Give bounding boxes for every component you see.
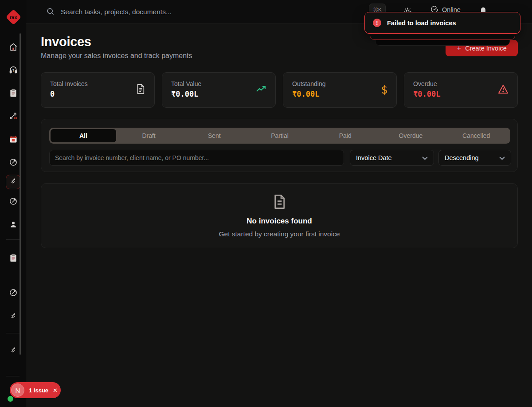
- avatar: N: [11, 384, 24, 397]
- invoice-search-input[interactable]: [49, 150, 344, 166]
- issue-badge[interactable]: N 1 Issue ✕: [10, 382, 61, 398]
- status-tabs: All Draft Sent Partial Paid Overdue Canc…: [49, 128, 510, 144]
- sidebar-item-clipboard-2[interactable]: [0, 253, 26, 263]
- sort-field-select[interactable]: Invoice Date: [350, 150, 434, 166]
- sidebar-item-support[interactable]: ?: [0, 65, 26, 75]
- stat-value: 0: [50, 90, 145, 98]
- error-circle-icon: !: [373, 19, 381, 27]
- stat-value: ₹0.00L: [413, 90, 509, 98]
- brand-logo-text: rax: [9, 14, 17, 20]
- sidebar-item-user[interactable]: [0, 219, 26, 230]
- workflow-icon: [9, 112, 18, 121]
- sidebar-item-gauge-3[interactable]: [0, 287, 26, 298]
- stat-value: ₹0.00L: [171, 90, 266, 98]
- empty-state-title: No invoices found: [246, 217, 312, 226]
- sidebar-item-home[interactable]: [0, 42, 26, 52]
- error-toast[interactable]: ! Failed to load invoices: [364, 12, 520, 34]
- global-search-placeholder: Search tasks, projects, documents...: [61, 8, 172, 16]
- sidebar-item-calendar[interactable]: [0, 134, 26, 145]
- tab-paid[interactable]: Paid: [313, 129, 378, 142]
- sort-order-select[interactable]: Descending: [438, 150, 511, 166]
- stat-label: Outstanding: [292, 80, 387, 87]
- user-icon: [9, 220, 17, 228]
- sidebar-item-sparkle-2[interactable]: [0, 344, 26, 355]
- chevron-down-icon: [422, 154, 428, 161]
- empty-state-subtitle: Get started by creating your first invoi…: [219, 230, 340, 238]
- sidebar-item-gauge-1[interactable]: [0, 157, 26, 168]
- gauge-icon: [9, 158, 18, 167]
- sidebar: rax ?: [0, 0, 26, 407]
- stat-card-total-value: Total Value ₹0.00L: [162, 72, 276, 108]
- chevron-down-icon: [499, 154, 505, 161]
- sidebar-item-tasks[interactable]: [0, 88, 26, 98]
- clipboard-icon: [9, 254, 17, 262]
- sidebar-scrollbar[interactable]: [20, 33, 21, 355]
- clipboard-icon: [9, 89, 17, 98]
- gauge-icon: [9, 288, 18, 297]
- sparkle-icon: [9, 312, 17, 320]
- app-window: rax ?: [0, 0, 532, 407]
- home-icon: [9, 43, 18, 51]
- empty-state-card: No invoices found Get started by creatin…: [41, 183, 518, 248]
- calendar-icon: [9, 135, 18, 144]
- tab-cancelled[interactable]: Cancelled: [443, 129, 509, 142]
- alert-triangle-icon: [498, 84, 509, 96]
- online-indicator-dot: [8, 396, 13, 402]
- sidebar-divider: [6, 376, 20, 376]
- tab-all[interactable]: All: [51, 129, 116, 142]
- stat-card-overdue: Overdue ₹0.00L: [404, 72, 518, 108]
- brand-logo[interactable]: rax: [6, 9, 21, 24]
- issue-count-label: 1 Issue: [29, 387, 48, 394]
- file-text-icon: [272, 194, 286, 211]
- stat-label: Overdue: [413, 80, 509, 87]
- sidebar-divider: [6, 239, 20, 240]
- page-subtitle: Manage your sales invoices and track pay…: [41, 52, 192, 60]
- gauge-icon: [9, 197, 18, 206]
- stat-label: Total Value: [171, 80, 266, 87]
- stat-card-outstanding: Outstanding ₹0.00L $: [283, 72, 397, 108]
- sidebar-item-sparkle-1[interactable]: [0, 310, 26, 321]
- sidebar-item-gauge-2[interactable]: [0, 196, 26, 207]
- stat-card-total-invoices: Total Invoices 0: [41, 72, 155, 108]
- global-search[interactable]: Search tasks, projects, documents...: [46, 0, 172, 24]
- trending-up-icon: [256, 85, 266, 95]
- dollar-icon: $: [381, 84, 387, 96]
- toast-message: Failed to load invoices: [387, 20, 456, 27]
- sort-order-value: Descending: [445, 154, 479, 161]
- tab-draft[interactable]: Draft: [116, 129, 182, 142]
- tab-partial[interactable]: Partial: [247, 129, 313, 142]
- sparkle-icon: [9, 346, 17, 354]
- stat-label: Total Invoices: [50, 80, 145, 87]
- search-icon: [46, 7, 55, 17]
- stat-value: ₹0.00L: [292, 90, 387, 98]
- sidebar-divider: [6, 333, 20, 333]
- close-icon[interactable]: ✕: [53, 387, 58, 394]
- tab-sent[interactable]: Sent: [181, 129, 247, 142]
- page-title: Invoices: [41, 35, 91, 49]
- invoices-active-icon: [9, 177, 17, 187]
- invoice-filter-panel: All Draft Sent Partial Paid Overdue Canc…: [41, 119, 518, 172]
- file-text-icon: [136, 84, 145, 96]
- headset-icon: ?: [9, 66, 18, 74]
- sidebar-item-invoices-active[interactable]: [6, 175, 20, 189]
- tab-overdue[interactable]: Overdue: [378, 129, 444, 142]
- svg-text:?: ?: [12, 68, 14, 73]
- sidebar-item-workflow[interactable]: [0, 111, 26, 121]
- sort-field-value: Invoice Date: [356, 154, 392, 161]
